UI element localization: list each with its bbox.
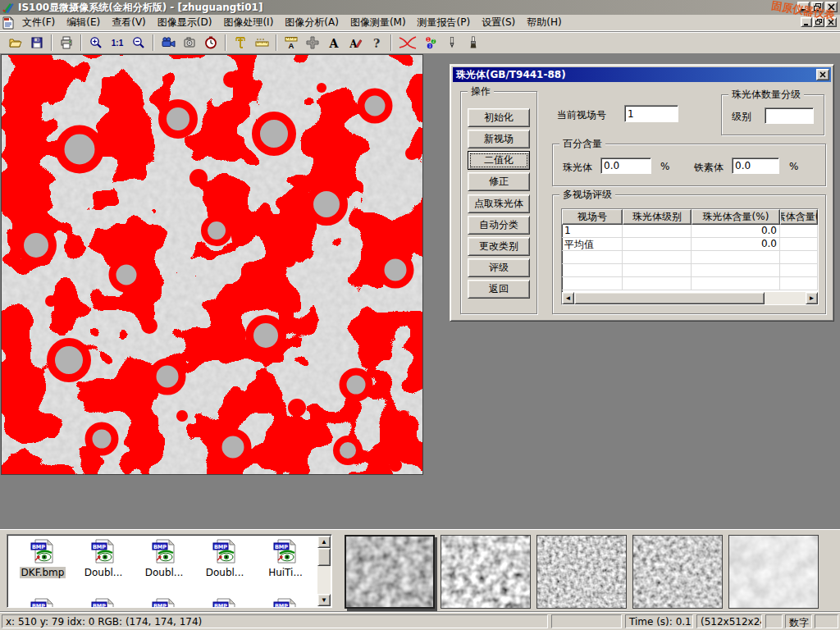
scroll-left-button[interactable]: ◄	[562, 292, 574, 304]
measure-label-button[interactable]: A	[281, 33, 302, 52]
caliper-button[interactable]	[230, 33, 251, 52]
thumbnail-3[interactable]	[536, 535, 627, 609]
rating-table[interactable]: 视场号 珠光体级别 珠光体含量(%) 铁素体含量(%) 1 0.0 平均值	[561, 208, 819, 305]
scrollbar-thumb[interactable]	[574, 292, 765, 304]
file-item[interactable]	[134, 597, 194, 608]
edit-text-label: A	[349, 39, 358, 50]
thumbnail-5[interactable]	[728, 535, 819, 609]
thumbnail-4[interactable]	[632, 535, 723, 609]
multi-field-legend: 多视场评级	[559, 189, 615, 200]
correct-button[interactable]: 修正	[468, 172, 530, 191]
change-class-button[interactable]: 更改类别	[468, 237, 530, 256]
file-list-scrollbar[interactable]: ▲ ▼	[317, 536, 331, 606]
pick-tool-button[interactable]	[441, 33, 463, 52]
actual-size-button[interactable]: 1:1	[107, 33, 128, 52]
open-button[interactable]	[5, 33, 26, 52]
current-field-input[interactable]	[624, 105, 678, 122]
auto-classify-button[interactable]: 自动分类	[468, 216, 530, 235]
metallographic-image[interactable]	[2, 55, 422, 474]
menu-item-settings[interactable]: 设置(S)	[476, 14, 521, 31]
cell-pearlite: 0.0	[692, 225, 780, 237]
mdi-minimize-button[interactable]	[801, 17, 812, 27]
thumbnail-2[interactable]	[441, 535, 531, 609]
zoom-out-button[interactable]	[128, 33, 149, 52]
mdi-restore-button[interactable]	[813, 17, 824, 27]
dialog-title-bar[interactable]: 珠光体(GB/T9441-88)	[453, 67, 831, 82]
close-button[interactable]	[825, 2, 838, 12]
caliper-icon	[234, 36, 247, 49]
bmp-file-icon	[90, 597, 116, 608]
menu-item-file[interactable]: 文件(F)	[16, 14, 61, 31]
help-button[interactable]: ?	[366, 33, 387, 52]
initialize-button[interactable]: 初始化	[468, 108, 530, 127]
video-capture-button[interactable]	[158, 33, 179, 52]
ruler-icon	[255, 36, 269, 49]
ruler-button[interactable]	[251, 33, 272, 52]
scroll-down-button[interactable]: ▼	[317, 594, 331, 606]
table-horizontal-scrollbar[interactable]: ◄ ►	[562, 292, 818, 304]
toolbar-separator	[80, 34, 82, 51]
file-name[interactable]: Doubl...	[204, 567, 246, 578]
file-item[interactable]	[194, 597, 255, 608]
ferrite-percent-unit: %	[789, 161, 798, 172]
minimize-button[interactable]	[797, 2, 810, 12]
timer-button[interactable]	[200, 33, 221, 52]
file-name[interactable]: HuiTi...	[267, 567, 304, 578]
bottom-panel: BMP DKF.bmp Doubl...	[0, 529, 840, 611]
classify-button[interactable]: 1 2 3	[420, 33, 441, 52]
print-button[interactable]	[56, 33, 77, 52]
save-icon	[30, 36, 43, 49]
cell-pearlite: 0.0	[692, 238, 780, 250]
file-item[interactable]: Doubl...	[73, 538, 134, 578]
file-item[interactable]: DKF.bmp	[12, 538, 73, 578]
curve-tool-button[interactable]	[395, 33, 420, 52]
thumbnail-1[interactable]	[345, 535, 435, 609]
menu-item-image-display[interactable]: 图像显示(D)	[152, 14, 218, 31]
menu-item-image-process[interactable]: 图像处理(I)	[217, 14, 279, 31]
classify-balls-icon: 1 2 3	[424, 36, 438, 50]
menu-item-image-measure[interactable]: 图像测量(M)	[345, 14, 412, 31]
pick-pearlite-button[interactable]: 点取珠光体	[468, 194, 530, 213]
text-button[interactable]: A	[323, 33, 345, 52]
binarize-button[interactable]: 二值化	[468, 151, 530, 170]
restore-button[interactable]	[811, 2, 824, 12]
mdi-close-button[interactable]	[825, 17, 837, 27]
file-item[interactable]	[255, 597, 316, 608]
status-mode: 数字	[785, 614, 812, 628]
ferrite-percent-input[interactable]	[732, 158, 779, 174]
file-list[interactable]: DKF.bmp Doubl... Doubl... Doubl... HuiTi…	[7, 534, 332, 608]
return-button[interactable]: 返回	[468, 280, 530, 299]
document-icon[interactable]	[0, 16, 16, 30]
video-camera-icon	[162, 36, 176, 49]
camera-capture-button[interactable]	[179, 33, 200, 52]
rate-button[interactable]: 评级	[468, 258, 530, 277]
menu-item-edit[interactable]: 编辑(E)	[61, 14, 106, 31]
file-name[interactable]: DKF.bmp	[20, 567, 66, 578]
file-name[interactable]: Doubl...	[83, 567, 125, 578]
table-row[interactable]: 1 0.0	[562, 225, 818, 238]
file-name[interactable]: Doubl...	[144, 567, 185, 578]
menu-item-help[interactable]: 帮助(H)	[521, 14, 567, 31]
file-item[interactable]: Doubl...	[194, 538, 255, 578]
pearlite-percent-input[interactable]	[600, 158, 651, 174]
grid-button[interactable]	[302, 33, 323, 52]
edit-text-button[interactable]: A	[345, 33, 366, 52]
file-item[interactable]	[73, 597, 134, 608]
save-button[interactable]	[26, 33, 48, 52]
file-item[interactable]: HuiTi...	[255, 538, 316, 578]
new-field-button[interactable]: 新视场	[468, 130, 530, 148]
grade-level-input[interactable]	[765, 107, 814, 124]
zoom-in-button[interactable]	[85, 33, 107, 52]
menu-item-image-analysis[interactable]: 图像分析(A)	[279, 14, 345, 31]
scroll-up-button[interactable]: ▲	[317, 536, 331, 548]
file-item[interactable]: Doubl...	[134, 538, 194, 578]
menu-item-view[interactable]: 查看(V)	[106, 14, 152, 31]
table-row[interactable]: 平均值 0.0	[562, 238, 818, 251]
toolbar-separator	[390, 34, 392, 51]
brush-tool-button[interactable]	[463, 33, 484, 52]
dialog-close-button[interactable]	[816, 69, 829, 80]
scrollbar-thumb[interactable]	[317, 548, 331, 566]
menu-item-measure-report[interactable]: 测量报告(P)	[412, 14, 477, 31]
file-item[interactable]	[12, 597, 73, 608]
scroll-right-button[interactable]: ►	[806, 292, 818, 304]
